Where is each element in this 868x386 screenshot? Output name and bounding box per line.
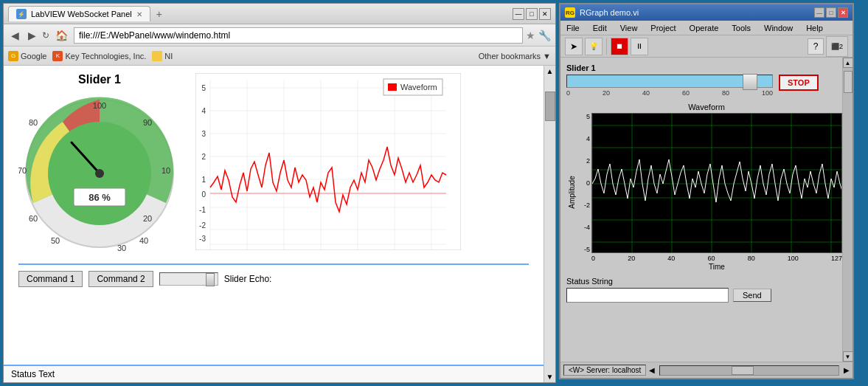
ni-folder-icon [152,51,162,61]
browser-close-button[interactable]: ✕ [539,8,551,20]
browser-scrollbar[interactable]: ▲ ▼ [544,66,555,382]
lv-server-tag: <W> Server: localhost [563,365,646,376]
x-127: 127 [831,255,842,262]
status-text: Status Text [11,369,55,379]
highlight-button[interactable]: 💡 [585,38,603,55]
scroll-up-arrow-icon[interactable]: ▲ [544,66,555,77]
svg-text:-1: -1 [199,206,206,214]
x-80: 80 [748,255,755,262]
svg-text:86 %: 86 % [88,192,111,203]
waveform-chart: 5 4 3 2 1 0 -1 -2 -3 [195,73,461,250]
svg-text:80: 80 [29,118,38,127]
help-button[interactable]: ? [808,38,824,55]
pause-button[interactable]: ⏸ [631,38,648,55]
lv-chart-title: Waveform [566,103,847,111]
lv-y-axis-label: Amplitude [568,176,576,208]
refresh-button[interactable]: ↻ [42,30,49,41]
gauge-chart: 100 90 10 20 80 70 60 50 40 30 [18,92,181,255]
slider-control[interactable] [159,272,218,286]
other-bookmarks-button[interactable]: Other bookmarks ▼ [479,52,551,61]
lv-slider-row: 0 20 40 60 80 100 STOP [566,75,847,97]
browser-titlebar: ⚡ LabVIEW WebSocket Panel ✕ + — □ ✕ [4,4,555,24]
command-1-button[interactable]: Command 1 [18,271,83,287]
lv-status-scroll-left-icon[interactable]: ◀ [649,366,655,374]
lv-scroll-down-icon[interactable]: ▼ [843,351,853,362]
web-content-area: Slider 1 100 [4,66,544,365]
x-40: 40 [667,255,675,262]
back-button[interactable]: ◀ [8,28,22,43]
menu-help[interactable]: Help [803,22,826,34]
lv-slider-track[interactable] [566,75,773,88]
lv-maximize-button[interactable]: □ [826,7,836,18]
menu-project[interactable]: Project [647,22,678,34]
svg-text:50: 50 [51,236,60,245]
bookmark-ni[interactable]: NI [152,51,173,61]
svg-text:0: 0 [201,190,206,199]
lv-extra-panel: ⬛2 [826,36,848,57]
y-5: 5 [578,113,590,120]
bookmark-star-button[interactable]: ★ [526,30,535,41]
browser-tab[interactable]: ⚡ LabVIEW WebSocket Panel ✕ [8,6,150,21]
lv-content: ▲ ▼ Slider 1 0 20 40 60 80 100 [560,58,853,362]
run-arrow-button[interactable]: ➤ [565,38,583,55]
bookmark-key-tech[interactable]: K Key Technologies, Inc. [52,51,146,61]
bookmark-google-label: Google [21,52,46,61]
lv-statusbar: <W> Server: localhost ◀ ▶ [560,362,853,378]
lv-scrollbar[interactable]: ▲ ▼ [842,58,853,362]
menu-file[interactable]: File [563,22,583,34]
tab-close-icon[interactable]: ✕ [136,10,142,18]
lv-title: RGraph demo.vi [580,8,639,17]
y-4: 4 [578,135,590,142]
settings-wrench-button[interactable]: 🔧 [538,30,551,41]
browser-maximize-button[interactable]: □ [526,8,538,20]
svg-text:1: 1 [201,176,206,184]
command-2-button[interactable]: Command 2 [88,271,153,287]
lv-status-scrollbar[interactable] [659,365,839,376]
menu-edit[interactable]: Edit [590,22,610,34]
menu-view[interactable]: View [617,22,641,34]
browser-window: ⚡ LabVIEW WebSocket Panel ✕ + — □ ✕ ◀ ▶ … [3,3,556,383]
lv-send-button[interactable]: Send [733,289,771,302]
lv-scroll-thumb[interactable] [844,71,853,93]
browser-minimize-button[interactable]: — [513,8,524,20]
svg-rect-44 [388,83,397,91]
lv-slider-thumb[interactable] [743,74,757,90]
svg-text:90: 90 [143,118,152,127]
x-20: 20 [628,255,635,262]
gauge-title: Slider 1 [78,73,121,86]
home-button[interactable]: 🏠 [52,28,71,43]
scale-80: 80 [722,89,729,97]
y-2: 2 [578,157,590,165]
svg-text:2: 2 [201,153,206,161]
new-tab-button[interactable]: + [156,8,162,20]
stop-tool-button[interactable]: ⏹ [611,38,628,55]
menu-window[interactable]: Window [761,22,796,34]
y-n4: -4 [578,224,590,231]
scale-20: 20 [603,89,610,97]
scroll-thumb[interactable] [545,92,555,121]
scale-40: 40 [642,89,650,97]
y-n5: -5 [578,246,590,253]
lv-slider-wrapper: 0 20 40 60 80 100 [566,75,773,97]
labview-window: RG RGraph demo.vi — □ ✕ File Edit View P… [559,3,854,379]
lv-scroll-up-icon[interactable]: ▲ [843,58,853,68]
lv-minimize-button[interactable]: — [814,7,824,18]
lv-status-input[interactable] [566,288,729,303]
svg-text:40: 40 [139,236,148,245]
lv-stop-button[interactable]: STOP [779,75,819,91]
bookmark-google[interactable]: G Google [8,51,46,61]
browser-toolbar: ◀ ▶ ↻ 🏠 ★ 🔧 [4,24,555,46]
address-bar[interactable] [74,27,523,44]
svg-text:10: 10 [162,166,170,175]
svg-rect-16 [195,73,461,250]
scroll-down-arrow-icon[interactable]: ▼ [544,371,555,382]
lv-close-button[interactable]: ✕ [838,7,848,18]
menu-tools[interactable]: Tools [729,22,754,34]
tab-favicon-icon: ⚡ [16,9,27,19]
lv-chart-plus-x: 0 20 40 60 80 100 127 Time [591,113,842,271]
menu-operate[interactable]: Operate [687,22,722,34]
forward-button[interactable]: ▶ [25,28,39,43]
lv-status-scroll-right-icon[interactable]: ▶ [844,366,850,374]
lv-status-string-label: Status String [566,277,847,286]
lv-status-scroll-thumb[interactable] [732,366,754,375]
